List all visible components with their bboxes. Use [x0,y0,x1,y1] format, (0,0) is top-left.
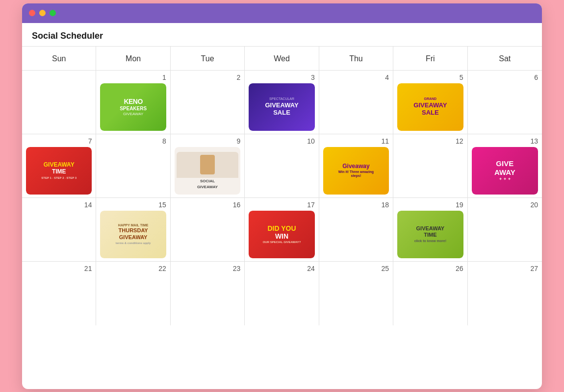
header-thu: Thu [319,47,393,70]
cell-w1d4: 4 [319,71,393,134]
cell-w2d0[interactable]: 7 GIVEAWAY TIME STEP 1 · STEP 2 · STEP 3 [22,134,96,197]
maximize-button[interactable] [50,10,56,16]
card-giveaway-beige[interactable]: HAPPY MAIL TIME THURSDAY GIVEAWAY terms … [100,211,166,258]
card-giveaway-time-green[interactable]: GIVEAWAY TIME click to know more! [397,211,463,258]
titlebar [22,3,542,23]
day-number: 26 [456,265,463,272]
day-number: 11 [382,137,389,145]
cell-w1d2: 2 [171,71,245,134]
day-number: 24 [307,265,315,272]
day-number: 7 [88,137,92,145]
calendar-body: 1 KENO SPEAKERS Giveaway 2 [22,71,542,389]
cell-w3d1[interactable]: 15 HAPPY MAIL TIME THURSDAY GIVEAWAY ter… [96,198,170,261]
day-number: 14 [84,201,92,209]
day-number: 3 [311,74,315,81]
header-sun: Sun [22,47,96,70]
cell-w3d2: 16 [171,198,245,261]
day-number: 22 [158,265,166,272]
day-number: 12 [456,137,463,145]
day-number: 4 [385,74,389,81]
day-number: 25 [382,265,389,272]
calendar-header: Sun Mon Tue Wed Thu Fri Sat [22,47,542,71]
day-number: 2 [236,74,240,81]
card-giveaway-time-red[interactable]: GIVEAWAY TIME STEP 1 · STEP 2 · STEP 3 [26,147,92,195]
day-number: 10 [307,137,315,145]
day-number: 23 [233,265,241,272]
day-number: 1 [162,74,166,81]
day-number: 18 [382,201,389,209]
week-3: 14 15 HAPPY MAIL TIME THURSDAY GIVEAWAY … [22,198,542,262]
header-sat: Sat [468,47,542,70]
card-giveaway-sale-yellow[interactable]: GRAND GIVEAWAY SALE [397,83,463,131]
cell-w2d4[interactable]: 11 Giveaway Win it! Three amazing steps! [319,134,393,197]
app-title: Social Scheduler [22,23,542,46]
close-button[interactable] [29,10,35,16]
cell-w3d0: 14 [22,198,96,261]
card-keno[interactable]: KENO SPEAKERS Giveaway [100,83,166,131]
day-number: 13 [530,137,538,145]
cell-w2d5: 12 [393,134,467,197]
card-did-you-win[interactable]: DID YOU WIN OUR SPECIAL GIVEAWAY? [249,211,314,258]
calendar: Sun Mon Tue Wed Thu Fri Sat 1 KENO SPEAK [22,47,542,389]
cell-w4d3: 24 [245,262,319,325]
card-giveaway-yellow[interactable]: Giveaway Win it! Three amazing steps! [323,147,389,195]
day-number: 17 [307,201,315,209]
cell-w4d1: 22 [96,262,170,325]
card-giveaway-sale-purple[interactable]: SPECTACULAR GIVEAWAY SALE [249,83,314,131]
cell-w4d6: 27 [468,262,542,325]
cell-w4d2: 23 [171,262,245,325]
cell-w2d1: 8 [96,134,170,197]
week-2: 7 GIVEAWAY TIME STEP 1 · STEP 2 · STEP 3… [22,134,542,198]
cell-w1d6: 6 [468,71,542,134]
day-number: 9 [236,137,240,145]
cell-w4d0: 21 [22,262,96,325]
minimize-button[interactable] [39,10,46,16]
cell-w2d2[interactable]: 9 SOCIAL GIVEAWAY [171,134,245,197]
day-number: 16 [233,201,241,209]
cell-w3d6: 20 [468,198,542,261]
header-tue: Tue [171,47,245,70]
day-number: 20 [530,201,538,209]
day-number: 5 [460,74,463,81]
card-give-away-pink[interactable]: GIVE AWAY ✦ ✦ ✦ [472,147,538,195]
week-4: 21 22 23 24 25 26 27 [22,262,542,325]
cell-w1d3[interactable]: 3 SPECTACULAR GIVEAWAY SALE [245,71,319,134]
cell-w3d4: 18 [319,198,393,261]
week-1: 1 KENO SPEAKERS Giveaway 2 [22,71,542,134]
cell-w1d5[interactable]: 5 GRAND GIVEAWAY SALE [393,71,467,134]
cell-w2d6[interactable]: 13 GIVE AWAY ✦ ✦ ✦ [468,134,542,197]
day-number: 8 [162,137,166,145]
header-mon: Mon [96,47,170,70]
card-social-giveaway[interactable]: SOCIAL GIVEAWAY [175,147,240,195]
cell-w4d4: 25 [319,262,393,325]
app-window: Social Scheduler Sun Mon Tue Wed Thu Fri… [22,3,542,389]
day-number: 27 [530,265,538,272]
day-number: 15 [158,201,166,209]
day-number: 6 [534,74,538,81]
cell-w3d3[interactable]: 17 DID YOU WIN OUR SPECIAL GIVEAWAY? [245,198,319,261]
day-number: 21 [84,265,92,272]
cell-w1d1[interactable]: 1 KENO SPEAKERS Giveaway [96,71,170,134]
cell-w2d3: 10 [245,134,319,197]
header-fri: Fri [393,47,467,70]
day-number: 19 [456,201,463,209]
cell-empty-w1d0 [22,71,96,134]
cell-w4d5: 26 [393,262,467,325]
cell-w3d5[interactable]: 19 GIVEAWAY TIME click to know more! [393,198,467,261]
header-wed: Wed [245,47,319,70]
